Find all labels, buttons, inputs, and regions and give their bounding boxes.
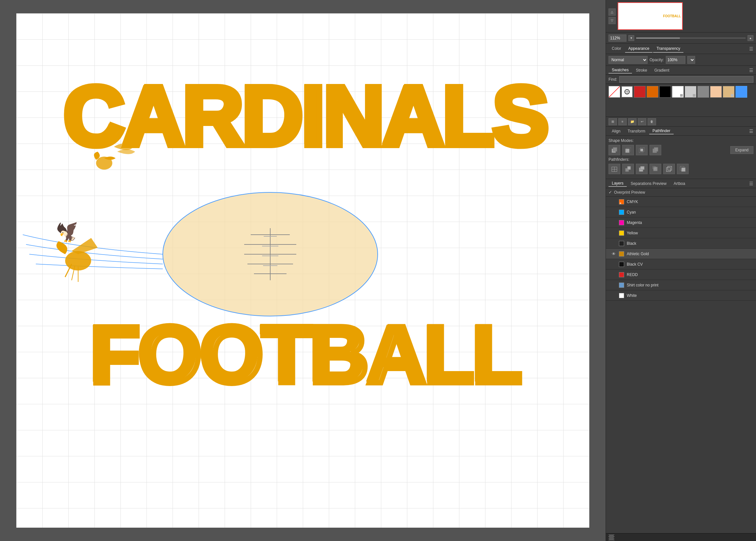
- opacity-dropdown[interactable]: [687, 56, 695, 64]
- svg-rect-41: [666, 168, 670, 172]
- layer-item-cyan[interactable]: Cyan: [606, 207, 756, 218]
- swatch-orange-dark[interactable]: [647, 86, 658, 98]
- tab-appearance[interactable]: Appearance: [625, 45, 653, 53]
- svg-rect-43: [681, 168, 685, 172]
- swatches-toolbar: ⊞ ≡ 📁 ↩ 🗑: [606, 117, 756, 126]
- layer-eye-magenta: [611, 220, 616, 225]
- layer-color-redd: [619, 272, 624, 277]
- zoom-bar: ▼ ▲: [606, 33, 756, 44]
- swatch-grid-view[interactable]: ⊞: [608, 118, 617, 125]
- shape-minus-front-btn[interactable]: [622, 145, 634, 155]
- zoom-decrease-arrow[interactable]: ▼: [628, 35, 634, 41]
- canvas-area: CARDINALS CARDINALS: [0, 0, 606, 541]
- find-input[interactable]: [619, 76, 753, 83]
- swatch-folder[interactable]: 📁: [628, 118, 636, 125]
- atp-menu-icon[interactable]: ☰: [749, 129, 753, 134]
- zoom-input[interactable]: [608, 35, 626, 42]
- swatch-tan[interactable]: [723, 86, 735, 98]
- overprint-row: ✓ Overprint Preview: [606, 188, 756, 197]
- pf-crop-btn[interactable]: [649, 164, 661, 174]
- swatches-section: Swatches Stroke Gradient ☰ Find:: [606, 66, 756, 127]
- layer-item-athletic-gold[interactable]: 👁 Athletic Gold: [606, 249, 756, 259]
- layer-color-magenta: [619, 220, 624, 225]
- tab-layers[interactable]: Layers: [608, 180, 627, 187]
- svg-rect-42: [668, 166, 672, 170]
- layer-item-cmyk[interactable]: X CMYK: [606, 197, 756, 207]
- layer-name-black: Black: [627, 241, 753, 246]
- layer-name-shirt-color: Shirt color no print: [627, 283, 753, 287]
- tab-stroke[interactable]: Stroke: [633, 67, 650, 73]
- tab-transparency[interactable]: Transparency: [653, 45, 683, 53]
- layer-eye-redd: [611, 272, 616, 277]
- tab-transform[interactable]: Transform: [624, 128, 649, 134]
- swatch-light-gray[interactable]: [685, 86, 696, 98]
- shape-unite-btn[interactable]: [608, 145, 620, 155]
- artwork-container: CARDINALS CARDINALS: [16, 13, 589, 528]
- tab-gradient[interactable]: Gradient: [651, 67, 673, 73]
- layer-eye-athletic-gold: 👁: [611, 251, 616, 257]
- shape-intersect-btn[interactable]: [636, 145, 648, 155]
- tab-swatches[interactable]: Swatches: [608, 67, 632, 74]
- layer-item-yellow[interactable]: Yellow: [606, 228, 756, 238]
- layer-color-athletic-gold: [619, 251, 624, 257]
- swatches-tabs: Swatches Stroke Gradient ☰: [606, 66, 756, 75]
- nav-up-arrow[interactable]: △: [608, 8, 616, 16]
- opacity-input[interactable]: [666, 56, 685, 64]
- pf-minus-back-btn[interactable]: [677, 164, 689, 174]
- swatches-menu-icon[interactable]: ☰: [749, 68, 753, 73]
- layer-item-shirt-color[interactable]: Shirt color no print: [606, 280, 756, 290]
- zoom-increase-arrow[interactable]: ▲: [748, 35, 753, 41]
- swatch-list-view[interactable]: ≡: [618, 118, 627, 125]
- tab-align[interactable]: Align: [608, 128, 624, 134]
- layers-menu-icon[interactable]: ☰: [749, 181, 753, 186]
- svg-rect-30: [654, 148, 658, 151]
- expand-button[interactable]: Expand: [730, 146, 753, 154]
- shape-modes-label: Shape Modes:: [608, 138, 753, 143]
- swatch-red[interactable]: [634, 86, 646, 98]
- swatch-none[interactable]: [608, 86, 620, 98]
- panel-menu-icon[interactable]: ☰: [749, 46, 753, 51]
- layer-color-cyan: [619, 210, 624, 215]
- pf-outline-btn[interactable]: [663, 164, 675, 174]
- layer-eye-white: [611, 293, 616, 298]
- tab-pathfinder[interactable]: Pathfinder: [649, 128, 674, 135]
- artwork-svg: CARDINALS CARDINALS: [16, 13, 589, 528]
- zoom-slider[interactable]: [636, 37, 746, 39]
- layer-color-white: [619, 293, 624, 298]
- swatch-white-outline[interactable]: [672, 86, 684, 98]
- swatch-peach[interactable]: [710, 86, 722, 98]
- swatch-black[interactable]: [659, 86, 671, 98]
- layer-name-magenta: Magenta: [627, 221, 753, 225]
- tab-separations[interactable]: Separations Preview: [627, 181, 670, 187]
- layer-eye-cmyk: [611, 199, 616, 205]
- svg-text:CARDINALS: CARDINALS: [64, 69, 547, 163]
- swatch-delete[interactable]: 🗑: [648, 118, 656, 125]
- right-panel: △ ▽ FOOTBALL ▼ ▲ Color Appearance Transp…: [606, 0, 756, 541]
- swatch-gray-fill[interactable]: [697, 86, 709, 98]
- pathfinder-section: Shape Modes: Expand Pathfinders:: [606, 136, 756, 179]
- layer-item-black-cv[interactable]: Black CV: [606, 259, 756, 270]
- thumbnail-label: FOOTBALL: [663, 14, 681, 18]
- swatch-registration[interactable]: [621, 86, 633, 98]
- pf-merge-btn[interactable]: [636, 164, 648, 174]
- swatch-blue-selected[interactable]: [735, 86, 747, 98]
- layer-color-cmyk: X: [619, 199, 624, 205]
- shape-exclude-btn[interactable]: [649, 145, 661, 155]
- bottom-dots-button[interactable]: ⋮⋮: [608, 534, 614, 540]
- tab-artboard[interactable]: Artboa: [670, 181, 688, 187]
- swatch-save[interactable]: ↩: [638, 118, 646, 125]
- blend-mode-select[interactable]: Normal: [608, 56, 648, 64]
- pf-trim-btn[interactable]: [622, 164, 634, 174]
- pathfinders-label: Pathfinders:: [608, 157, 753, 162]
- layer-item-magenta[interactable]: Magenta: [606, 218, 756, 228]
- tab-color[interactable]: Color: [608, 45, 624, 53]
- layer-item-redd[interactable]: REDD: [606, 270, 756, 280]
- nav-down-arrow[interactable]: ▽: [608, 17, 616, 24]
- layer-item-black[interactable]: Black: [606, 238, 756, 249]
- thumbnail-area: △ ▽ FOOTBALL: [606, 0, 756, 33]
- layer-item-white[interactable]: White: [606, 290, 756, 301]
- layer-color-yellow: [619, 231, 624, 236]
- pf-divide-btn[interactable]: [608, 164, 620, 174]
- layer-eye-shirt-color: [611, 282, 616, 288]
- svg-rect-36: [627, 166, 631, 170]
